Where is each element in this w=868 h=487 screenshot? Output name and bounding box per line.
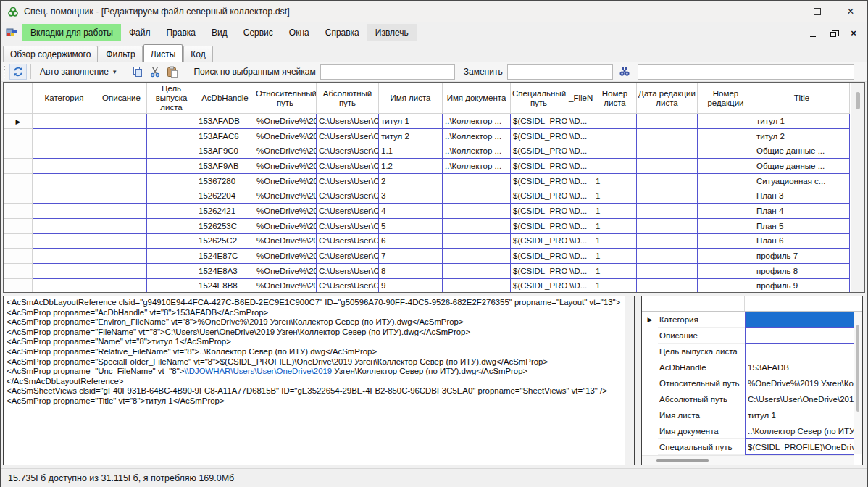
cell-title[interactable]: План 3 — [754, 188, 850, 204]
cell-document-name[interactable] — [443, 263, 511, 278]
scrollbar-thumb[interactable] — [856, 325, 859, 412]
cell-relative-path[interactable]: %OneDrive%\20... — [254, 159, 317, 174]
cut-button[interactable] — [146, 64, 164, 80]
cell-title[interactable]: Общие данные ... — [754, 143, 850, 159]
cell-sheet-number[interactable] — [593, 159, 637, 174]
cell-acdbhandle[interactable]: 1524E8B8 — [196, 278, 254, 293]
cell-description[interactable] — [96, 159, 147, 174]
cell-description[interactable] — [96, 263, 147, 278]
cell-document-name[interactable]: ..\Коллектор ... — [443, 128, 511, 143]
property-grid-vertical-scrollbar[interactable] — [854, 312, 862, 454]
cell-revision-date[interactable] — [637, 233, 698, 249]
cell-acdbhandle[interactable]: 15262204 — [196, 188, 254, 204]
cell-sheet-name[interactable]: 4 — [379, 204, 443, 219]
column-header-sheet-name[interactable]: Имя листа — [379, 83, 443, 114]
cell-acdbhandle[interactable]: 153AFADB — [196, 114, 254, 129]
scrollbar-thumb[interactable] — [656, 459, 709, 462]
column-header-filename[interactable]: _FileN... — [567, 83, 593, 114]
cell-purpose[interactable] — [147, 188, 196, 204]
cell-description[interactable] — [96, 204, 147, 219]
cell-revision-date[interactable] — [637, 173, 698, 188]
cell-absolute-path[interactable]: C:\Users\User\O... — [317, 128, 379, 143]
cell-sheet-number[interactable]: 1 — [593, 233, 637, 249]
cell-absolute-path[interactable]: C:\Users\User\O... — [317, 233, 379, 249]
property-value[interactable]: %OneDrive%\2019 Узген\Кол. — [745, 375, 854, 391]
cell-filename[interactable]: \\D... — [567, 204, 593, 219]
cell-description[interactable] — [96, 114, 147, 129]
cell-title[interactable]: Общие данные ... — [754, 159, 850, 174]
mdi-restore-button[interactable] — [828, 28, 838, 38]
cell-sheet-number[interactable] — [593, 128, 637, 143]
xml-vertical-scrollbar[interactable] — [625, 296, 634, 465]
tab-code[interactable]: Код — [183, 46, 212, 62]
column-header-document-name[interactable]: Имя документа — [443, 83, 511, 114]
cell-acdbhandle[interactable]: 1524E87C — [196, 249, 254, 264]
toolbar-extra-input[interactable] — [638, 64, 854, 80]
cell-document-name[interactable] — [443, 278, 511, 293]
row-header[interactable] — [4, 233, 33, 249]
cell-purpose[interactable] — [147, 249, 196, 264]
cell-purpose[interactable] — [147, 128, 196, 143]
cell-relative-path[interactable]: %OneDrive%\20... — [254, 188, 317, 204]
cell-absolute-path[interactable]: C:\Users\User\O... — [317, 278, 379, 293]
cell-category[interactable] — [33, 159, 96, 174]
property-value[interactable]: $(CSIDL_PROFILE)\OneDrive\ — [745, 439, 854, 455]
cell-sheet-number[interactable]: 1 — [593, 188, 637, 204]
cell-acdbhandle[interactable]: 153AF9AB — [196, 159, 254, 174]
cell-acdbhandle[interactable]: 153AFAC6 — [196, 128, 254, 143]
cell-description[interactable] — [96, 233, 147, 249]
cell-special-path[interactable]: $(CSIDL_PROFI... — [511, 114, 567, 129]
cell-revision-date[interactable] — [637, 114, 698, 129]
column-header-relative-path[interactable]: Относительный путь — [254, 83, 317, 114]
cell-purpose[interactable] — [147, 204, 196, 219]
cell-special-path[interactable]: $(CSIDL_PROFI... — [511, 204, 567, 219]
cell-absolute-path[interactable]: C:\Users\User\O... — [317, 249, 379, 264]
column-header-acdbhandle[interactable]: AcDbHandle — [196, 83, 254, 114]
cell-filename[interactable]: \\D... — [567, 278, 593, 293]
row-header[interactable] — [4, 204, 33, 219]
cell-relative-path[interactable]: %OneDrive%\20... — [254, 249, 317, 264]
row-header[interactable] — [4, 278, 33, 293]
cell-sheet-number[interactable] — [593, 143, 637, 159]
cell-purpose[interactable] — [147, 143, 196, 159]
row-header[interactable] — [4, 249, 33, 264]
cell-special-path[interactable]: $(CSIDL_PROFI... — [511, 233, 567, 249]
cell-title[interactable]: План 4 — [754, 204, 850, 219]
autofill-dropdown-button[interactable]: Авто заполнение ▾ — [35, 64, 121, 79]
cell-sheet-name[interactable]: 1.1 — [379, 143, 443, 159]
menu-item-file[interactable]: Файл — [121, 24, 159, 41]
cell-revision-number[interactable] — [698, 159, 754, 174]
row-header[interactable] — [4, 218, 33, 233]
copy-button[interactable] — [129, 64, 146, 80]
menu-item-work-tabs[interactable]: Вкладки для работы — [22, 24, 121, 41]
row-header[interactable] — [4, 159, 33, 174]
cell-description[interactable] — [96, 173, 147, 188]
row-header[interactable] — [4, 263, 33, 278]
cell-sheet-number[interactable]: 1 — [593, 278, 637, 293]
cell-sheet-number[interactable] — [593, 114, 637, 129]
toolbar-grip[interactable] — [3, 65, 7, 78]
cell-title[interactable]: Ситуационная с... — [754, 173, 850, 188]
tab-sheets[interactable]: Листы — [143, 44, 183, 62]
cell-category[interactable] — [33, 263, 96, 278]
cell-sheet-name[interactable]: 9 — [379, 278, 443, 293]
cell-filename[interactable]: \\D... — [567, 173, 593, 188]
cell-acdbhandle[interactable]: 153AF9C0 — [196, 143, 254, 159]
mdi-close-button[interactable]: × — [848, 28, 859, 38]
cell-absolute-path[interactable]: C:\Users\User\O... — [317, 159, 379, 174]
column-header-revision-date[interactable]: Дата редакции листа — [637, 83, 698, 114]
cell-absolute-path[interactable]: C:\Users\User\O... — [317, 114, 379, 129]
row-header[interactable] — [4, 143, 33, 159]
cell-document-name[interactable]: ..\Коллектор ... — [443, 143, 511, 159]
cell-absolute-path[interactable]: C:\Users\User\O... — [317, 188, 379, 204]
cell-category[interactable] — [33, 249, 96, 264]
cell-special-path[interactable]: $(CSIDL_PROFI... — [511, 249, 567, 264]
cell-relative-path[interactable]: %OneDrive%\20... — [254, 263, 317, 278]
column-header-purpose[interactable]: Цель выпуска листа — [147, 83, 196, 114]
cell-purpose[interactable] — [147, 114, 196, 129]
mdi-minimize-button[interactable] — [808, 28, 818, 38]
cell-revision-number[interactable] — [698, 128, 754, 143]
cell-sheet-name[interactable]: титул 1 — [379, 114, 443, 129]
cell-relative-path[interactable]: %OneDrive%\20... — [254, 173, 317, 188]
cell-document-name[interactable] — [443, 173, 511, 188]
